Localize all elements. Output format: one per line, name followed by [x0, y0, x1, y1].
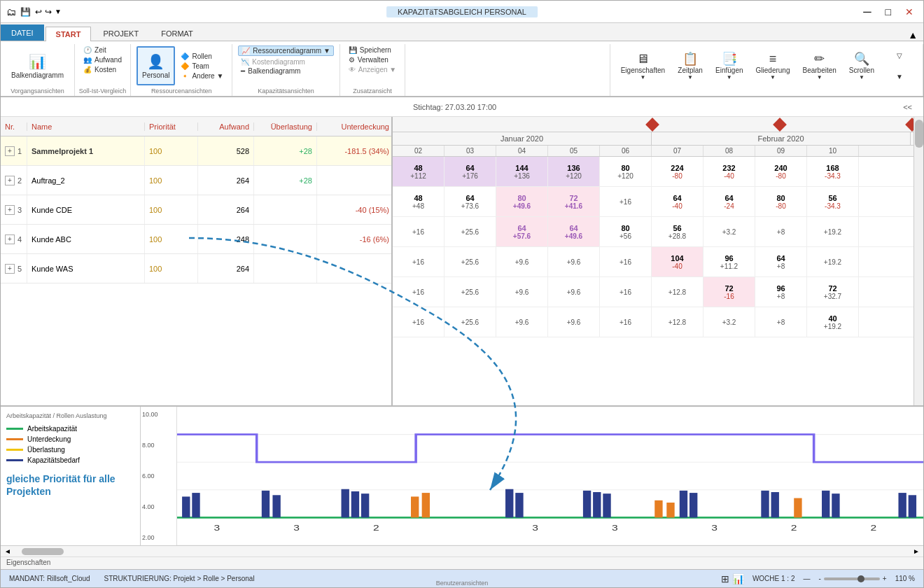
bearbeiten-btn[interactable]: ✏ Bearbeiten ▼ [797, 46, 841, 85]
cell-6-9: 40+19.2 [807, 307, 859, 337]
zeitplan-btn[interactable]: 📋 Zeitplan ▼ [673, 46, 708, 85]
demand-bar-11 [593, 492, 601, 517]
prop-arrow: ▼ [640, 74, 645, 80]
zeit-btn[interactable]: 🕐 Zeit [80, 46, 125, 55]
kosten-btn[interactable]: 💰 Kosten [80, 65, 125, 74]
title-bar: 🗂 💾 ↩ ↪ ▼ KAPAZITäTSABGLEICH PERSONAL Po… [1, 1, 923, 23]
cell-5-9: 72+32.7 [807, 277, 859, 307]
balkendiagramm-btn[interactable]: 📊 Balkendiagramm [6, 46, 69, 85]
demand-bar-15 [761, 491, 769, 518]
cell-3-2: +25.6 [444, 217, 496, 246]
team-btn[interactable]: 🔶 Team [178, 62, 226, 71]
table-chart-container: Nr. Name Priorität Aufwand Überlastung U… [1, 117, 923, 569]
minimize-btn[interactable]: ─ [859, 4, 875, 20]
scrollbar-thumb[interactable] [915, 120, 923, 148]
cell-5-8: 96+8 [755, 277, 807, 307]
tab-format[interactable]: FORMAT [150, 26, 204, 41]
cell-6-3: +9.6 [496, 307, 548, 337]
row4-unterdeckung: -16 (6%) [317, 225, 391, 253]
anzeigen-label: Anzeigen ▼ [358, 66, 396, 74]
kostendiagramm-btn[interactable]: 📉 Kostendiagramm [238, 57, 334, 66]
unterdeckung-bar-4 [666, 503, 674, 517]
redo-icon[interactable]: ↪ [45, 7, 52, 17]
undo-icon[interactable]: ↩ [35, 7, 42, 17]
expand-4[interactable]: + [5, 234, 15, 244]
week-05: 05 [548, 146, 600, 156]
tab-start[interactable]: START [46, 27, 92, 41]
gliederung-label: Gliederung [756, 66, 790, 74]
cell-6-5: +16 [600, 307, 652, 337]
row2-nr-val: 2 [18, 176, 22, 185]
dropdown-icon[interactable]: ▼ [55, 8, 62, 15]
view-icon: 👁 [349, 66, 356, 74]
table-row: + 2 Auftrag_2 100 264 +28 [1, 166, 391, 195]
tab-datei[interactable]: DATEI [1, 24, 44, 41]
einfuegen-btn[interactable]: 📑 Einfügen ▼ [710, 46, 748, 85]
row3-name[interactable]: Kunde CDE [27, 195, 145, 224]
expand-2[interactable]: + [5, 176, 15, 186]
close-btn[interactable]: ✕ [901, 5, 918, 19]
row5-name[interactable]: Kunde WAS [27, 254, 145, 283]
cell-6-1: +16 [393, 307, 444, 337]
num-label-5: 3 [612, 523, 618, 533]
personal-btn[interactable]: 👤 Personal [136, 46, 175, 85]
cell-2-2: 64+73.6 [444, 187, 496, 216]
cell-2-5: +16 [600, 187, 652, 216]
chart-scrollbar[interactable] [913, 117, 923, 405]
demand-bar-3 [262, 491, 270, 518]
legend-green-line [6, 428, 23, 430]
nav-arrow[interactable]: << [903, 103, 912, 111]
bottom-chart: 10.00 8.00 6.00 4.00 2.00 [141, 407, 923, 545]
legend-yellow-label: Überlastung [27, 446, 65, 454]
anzeigen-btn[interactable]: 👁 Anzeigen ▼ [346, 65, 399, 74]
filter-btn[interactable]: ▽ [882, 46, 917, 65]
tab-projekt[interactable]: PROJEKT [92, 26, 149, 41]
cell-5-1: +16 [393, 277, 444, 307]
table-body: + 1 Sammelprojekt 1 100 528 +28 -181.5 (… [1, 136, 391, 405]
expand-1[interactable]: + [5, 146, 15, 156]
gliederung-btn[interactable]: ≡ Gliederung ▼ [751, 46, 795, 85]
balkendiagramm-kap-btn[interactable]: ━ Balkendiagramm [238, 66, 334, 76]
row4-name[interactable]: Kunde ABC [27, 225, 145, 253]
bearbeiten-arrow: ▼ [817, 74, 822, 80]
aufwand-btn[interactable]: 👥 Aufwand [80, 55, 125, 64]
filter2-btn[interactable]: ▼ [882, 66, 917, 86]
expand-5[interactable]: + [5, 264, 15, 274]
scrollen-btn[interactable]: 🔍 Scrollen ▼ [844, 46, 879, 85]
cell-4-7: 96+11.2 [704, 247, 755, 276]
restore-btn[interactable]: □ [881, 5, 895, 19]
ressourcendiagramm-btn[interactable]: 📈 Ressourcendiagramm ▼ [238, 46, 334, 56]
legend-arbeitskapazitaet: Arbeitskapazität [6, 425, 134, 433]
rollen-label: Rollen [192, 52, 211, 60]
scroll-right-btn[interactable]: ► [909, 547, 923, 555]
demand-bar-9 [515, 493, 523, 517]
chart-area: Januar 2020 Februar 2020 02 03 04 05 06 … [393, 117, 923, 405]
chart-row-2: 48+48 64+73.6 80+49.6 72+41.6 +16 64-40 … [393, 187, 923, 217]
filter-icon: ▽ [897, 52, 902, 59]
y-label-10: 10.00 [142, 411, 175, 418]
zeitplan-arrow: ▼ [687, 74, 693, 80]
ressourcendiagramm-label: Ressourcendiagramm ▼ [253, 47, 330, 55]
row2-name[interactable]: Auftrag_2 [27, 166, 145, 195]
cell-6-8: +8 [755, 307, 807, 337]
ribbon-collapse-btn[interactable]: ▲ [908, 29, 918, 41]
row4-aufwand: 248 [198, 225, 254, 253]
verwalten-btn[interactable]: ⚙ Verwalten [346, 55, 399, 64]
zoom-slider[interactable] [824, 578, 880, 580]
zoom-slider-thumb[interactable] [858, 575, 864, 582]
save-icon[interactable]: 💾 [19, 6, 32, 18]
demand-bar-4 [272, 495, 280, 517]
horizontal-scrollbar[interactable]: ◄ ► [1, 545, 923, 556]
eigenschaften-btn[interactable]: 🖥 Eigenschaften ▼ [616, 46, 670, 85]
col-unterdeckung: Unterdeckung [317, 122, 394, 131]
scroll-thumb[interactable] [22, 548, 64, 555]
andere-btn[interactable]: 🔸 Andere ▼ [178, 71, 226, 80]
rollen-btn[interactable]: 🔷 Rollen [178, 52, 226, 61]
team-label: Team [192, 62, 209, 70]
row1-name[interactable]: Sammelprojekt 1 [27, 136, 145, 165]
window-controls[interactable]: ─ □ ✕ [859, 4, 923, 20]
personal-label: Personal [142, 71, 169, 79]
scroll-left-btn[interactable]: ◄ [1, 547, 15, 555]
expand-3[interactable]: + [5, 205, 15, 215]
speichern-btn[interactable]: 💾 Speichern [346, 46, 399, 55]
